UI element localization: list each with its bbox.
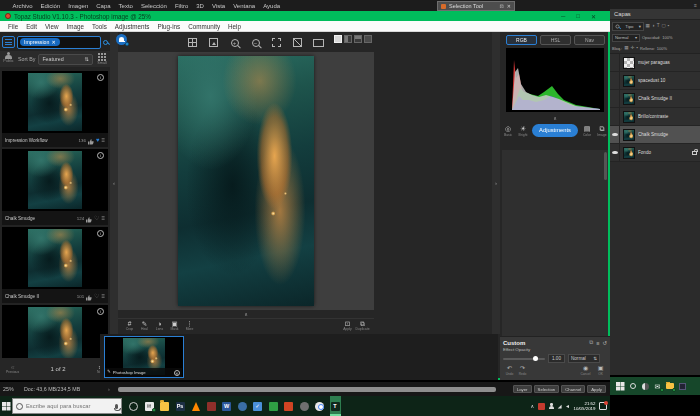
adjustments-button[interactable]: Adjustments [532,124,578,137]
document-zoom-level[interactable]: 25% [3,386,14,392]
ps-menu-imagen[interactable]: Imagen [65,3,92,9]
taskbar-app-mail-icon[interactable]: ✉ [144,396,155,416]
layer-row[interactable]: mujer paraguas [610,54,700,72]
tab-hsl[interactable]: HSL [540,35,571,45]
visibility-toggle[interactable] [610,90,620,108]
tool-heal-button[interactable]: ✎Heal [137,320,152,331]
topaz-menu-view[interactable]: View [41,23,63,30]
visibility-toggle[interactable] [610,54,620,72]
taskbar-app-chrome-icon[interactable] [314,396,325,416]
filter-icon-3[interactable]: ▢ [661,24,665,29]
public-effects-button[interactable]: Public [2,55,15,63]
ps-menu-3d[interactable]: 3D [193,3,208,9]
ps-menu-texto[interactable]: Texto [115,3,136,9]
secondary-taskbar-file-explorer-icon[interactable] [666,382,674,390]
filter-icon-2[interactable]: T [657,24,660,29]
cancel-button[interactable]: ◉Cancel [579,365,592,376]
layer-row[interactable]: Brillo/contraste [610,108,700,126]
selection-button[interactable]: Selection [534,385,560,393]
shortcut-bright-button[interactable]: ☀Bright [517,124,529,137]
filmstrip-collapse-handle[interactable]: ∧ [118,310,374,318]
status-options-arrow[interactable]: › [108,386,110,392]
topaz-menu-tools[interactable]: Tools [88,23,111,30]
visibility-toggle[interactable] [610,126,620,144]
view-mode-4-button[interactable] [364,35,372,43]
topaz-menu-edit[interactable]: Edit [22,23,41,30]
edit-pencil-icon[interactable]: ✎ [107,370,111,375]
taskbar-app-task-view-icon[interactable] [128,396,139,416]
shortcut-image-button[interactable]: ⧉Image [596,124,608,137]
card-menu-icon[interactable]: ≡ [101,215,105,221]
scrollbar[interactable] [604,152,607,180]
volume-icon[interactable]: ◄ [565,404,570,409]
action-center-icon[interactable] [599,402,607,410]
info-icon[interactable]: i [97,74,104,81]
reset-icon[interactable]: ↺ [602,340,607,346]
layer-row[interactable]: Chalk Smudge [610,126,700,144]
info-icon[interactable]: i [97,152,104,159]
topaz-menu-help[interactable]: Help [224,23,245,30]
filter-icon-1[interactable]: ◑ [652,24,655,29]
redo-button[interactable]: ↷Redo [516,365,529,376]
ps-menu-vista[interactable]: Vista [208,3,228,9]
taskbar-app-premiere-icon[interactable] [206,396,217,416]
undo-button[interactable]: ↶Undo [503,365,516,376]
thumbs-up-icon[interactable] [86,209,92,227]
opacity-value[interactable]: 100% [662,35,672,40]
secondary-taskbar-app-window-icon[interactable] [679,382,687,390]
search-input[interactable]: Impression✕ [17,36,101,49]
taskbar-app-photoshop-icon[interactable]: Ps [175,396,186,416]
view-mode-3-button[interactable] [354,35,362,43]
taskbar-app-green-app-icon[interactable] [268,396,279,416]
slider-knob[interactable] [533,356,538,361]
sidebar-collapse-handle[interactable]: ‹ [110,32,118,334]
tab-nav[interactable]: Nav [574,35,605,45]
hamburger-menu-icon[interactable] [2,36,15,48]
tool-crop-button[interactable]: #Crop [122,320,137,331]
effect-card[interactable]: iImpression Workflow136♥≡ [2,71,108,147]
lock-icon-2[interactable]: ▪ [636,46,638,51]
copy-settings-icon[interactable]: ⧉ [589,339,593,346]
topaz-menu-image[interactable]: Image [63,23,89,30]
ps-menu-ventana[interactable]: Ventana [230,3,259,9]
network-icon[interactable]: ◢ [558,404,562,409]
blend-mode-select[interactable]: Normal⇅ [568,354,600,363]
taskbar-app-to-do-icon[interactable]: ✓ [252,396,263,416]
taskbar-app-file-explorer-icon[interactable] [159,396,170,416]
tool-more-button[interactable]: ⋮More [182,320,197,331]
layer-row[interactable]: Fondo [610,144,700,162]
tab-rgb[interactable]: RGB [506,35,537,45]
topaz-titlebar[interactable]: Topaz Studio V1.10.3 - Photoshop image @… [0,11,610,21]
shortcut-color-button[interactable]: ▤Color [581,124,593,137]
maximize-icon[interactable]: □ [576,13,580,19]
ps-menu-filtro[interactable]: Filtro [171,3,191,9]
tool-lens-button[interactable]: ◑Lens [152,320,167,331]
show-hidden-icons-chevron[interactable]: ∧ [531,404,535,409]
ps-menu-ayuda[interactable]: Ayuda [260,3,284,9]
view-mode-2-button[interactable] [344,35,352,43]
layer-filter-select[interactable]: Tipo▾ [612,22,644,31]
visibility-toggle[interactable] [610,72,620,90]
remove-tag-icon[interactable]: ✕ [51,39,55,45]
opacity-value-field[interactable]: 1.00 [548,354,565,363]
favorite-heart-icon[interactable]: ♡ [94,215,99,221]
tool-duplicate-button[interactable]: ⧉Duplicate [355,320,370,331]
card-menu-icon[interactable]: ≡ [101,137,105,143]
close-icon[interactable]: ✕ [591,13,596,20]
edited-photo[interactable] [178,56,314,306]
taskbar-app-orange-app-icon[interactable] [283,396,294,416]
filter-icon-0[interactable]: ▦ [646,24,650,29]
search-tag[interactable]: Impression✕ [20,38,60,46]
start-button[interactable] [0,396,12,416]
view-mode-1-button[interactable] [334,35,342,43]
secondary-taskbar-start-icon[interactable] [616,382,624,390]
ok-button[interactable]: ▣OK [594,365,607,376]
sort-select[interactable]: Featured⇅ [38,54,93,65]
secondary-taskbar-cortana-icon[interactable] [629,382,637,390]
histogram-collapse-handle[interactable]: ∧ [506,114,604,122]
topaz-menu-adjustments[interactable]: Adjustments [111,23,154,30]
ps-menu-archivo[interactable]: Archivo [9,3,36,9]
thumbs-up-icon[interactable] [88,131,94,149]
tool-mask-button[interactable]: ▣Mask [167,320,182,331]
filmstrip-thumbnail-selected[interactable]: ✎ Photoshop Image ✕ [104,336,184,378]
